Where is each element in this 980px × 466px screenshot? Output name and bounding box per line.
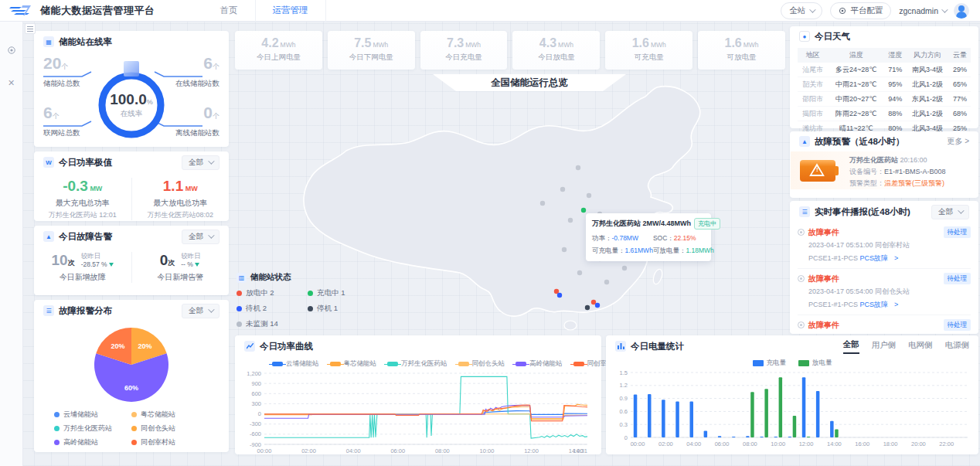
bar-legend: 充电量放电量 (606, 359, 978, 368)
event-status-badge[interactable]: 待处理 (944, 319, 971, 331)
platform-config-label: 平台配置 (850, 5, 883, 16)
weather-cell: 88% (884, 107, 906, 121)
main-nav-tabs: 首页运营管理 (203, 0, 326, 22)
event-status-badge[interactable]: 待处理 (944, 273, 971, 284)
weather-cell: 韶关市 (798, 77, 828, 92)
avatar[interactable] (954, 3, 969, 19)
filter-dropdown[interactable]: 全部 (182, 230, 219, 244)
station-dot[interactable] (568, 218, 573, 223)
event-top: 故障事件待处理 (798, 226, 971, 238)
legend-item[interactable]: 粤芯储能站 (131, 410, 209, 420)
energy-tab-电网侧[interactable]: 电网侧 (908, 340, 933, 353)
list-icon: ☰ (43, 305, 54, 316)
svg-text:16:00: 16:00 (855, 440, 869, 447)
legend-dot (54, 412, 60, 417)
event-tag-link[interactable]: PCS故障 (860, 301, 889, 308)
filter-dropdown[interactable]: 全部 (182, 304, 219, 318)
event-status-badge[interactable]: 待处理 (944, 226, 971, 238)
svg-text:1.5: 1.5 (620, 369, 628, 376)
legend-item[interactable]: 充电量 (753, 359, 787, 368)
tooltip-field: 可充电量：1.61MWh (592, 247, 653, 256)
legend-item[interactable]: 同创仓头站 (458, 359, 505, 369)
legend-item[interactable]: 放电量 (798, 359, 832, 368)
alarm-label: 今日新增告警 (132, 272, 230, 283)
site-selector[interactable]: 全站 (781, 2, 822, 19)
filter-dropdown[interactable]: 全部 (931, 205, 969, 219)
chevron-down-icon (809, 6, 815, 12)
event-arrow-link[interactable]: > (894, 254, 898, 262)
event-item[interactable]: 故障事件待处理2023-04-17 05:54:00 同创仓头站PCSE1-#1… (798, 269, 971, 315)
svg-text:14:00: 14:00 (827, 440, 842, 447)
filter-dropdown[interactable]: 全部 (182, 155, 219, 170)
bar-充电量 (634, 395, 638, 437)
station-dot[interactable] (562, 247, 567, 252)
legend-item[interactable]: 高岭储能站 (516, 359, 563, 369)
platform-config-button[interactable]: 平台配置 (830, 2, 891, 19)
online-rate-panel: ▦ 储能站在线率 20个储能站总数6个在线储能站数6个联网站总数0个离线储能站数… (34, 31, 229, 147)
station-dot[interactable] (604, 280, 609, 284)
energy-bar-chart: 00.30.60.91.21.500:0002:0004:0006:0008:0… (611, 368, 974, 448)
chevron-down-icon (208, 306, 214, 312)
device-id: E1-#1-BMS-A-B008 (884, 168, 946, 175)
kpi-card: 7.3MWh今日充电量 (420, 31, 508, 70)
chevron-down-icon (208, 232, 214, 238)
legend-dot (54, 440, 60, 445)
legend-item[interactable]: 云埔储能站 (272, 359, 319, 369)
station-dot[interactable] (591, 300, 596, 304)
event-item[interactable]: 故障事件待处理2023-04-17 11:15:00 高岭储能站PCSE1-#2… (798, 315, 971, 334)
legend-item[interactable]: 高岭储能站 (54, 437, 131, 447)
station-dot[interactable] (554, 289, 559, 294)
tab-operation[interactable]: 运营管理 (255, 0, 326, 22)
station-dot[interactable] (557, 293, 562, 298)
more-link[interactable]: 更多 > (947, 136, 969, 147)
bar-chart-icon (615, 341, 626, 352)
event-arrow-link[interactable]: > (894, 301, 898, 308)
settings-icon[interactable] (6, 45, 17, 56)
station-dot[interactable] (560, 187, 565, 192)
alarm-line: 0次较昨日-- % (132, 252, 230, 269)
extreme-value: -0.3 MW (34, 178, 131, 195)
event-item[interactable]: 故障事件待处理2023-04-17 05:51:00 同创宰村站PCSE1-#1… (798, 223, 971, 269)
user-menu[interactable]: zgcnadmin (899, 6, 946, 15)
close-tool-icon[interactable]: ✕ (6, 77, 17, 88)
left-rail: ✕ (0, 22, 23, 466)
weather-row: 汕尾市多云24~28℃71%南风3-4级29% (798, 63, 971, 77)
dot-icon: ● (799, 31, 810, 42)
event-tag-link[interactable]: PCS故障 (860, 254, 889, 262)
legend-dot (54, 426, 60, 431)
energy-tab-全部[interactable]: 全部 (843, 339, 859, 354)
station-dot[interactable] (576, 165, 580, 170)
station-dot[interactable] (540, 201, 545, 206)
station-dot[interactable] (577, 270, 582, 275)
station-dot[interactable] (585, 305, 590, 310)
online-rate-unit: % (147, 98, 153, 106)
events-list: 故障事件待处理2023-04-17 05:51:00 同创宰村站PCSE1-#1… (790, 223, 978, 334)
warning-item[interactable]: ! 万邦生化医药站 20:16:00 设备编号：E1-#1-BMS-A-B008… (791, 151, 978, 189)
legend-item[interactable]: 同创宰村站 (131, 437, 209, 447)
station-dot[interactable] (595, 303, 600, 308)
sidebar-collapse-button[interactable] (25, 23, 36, 34)
map-banner: 全国储能运行总览 (433, 74, 626, 91)
energy-tab-电源侧[interactable]: 电源侧 (945, 340, 970, 353)
panel-title: 今日功率极值 (59, 157, 112, 168)
legend-item[interactable]: 万邦生化医药站 (54, 423, 131, 434)
legend-item[interactable]: 云埔储能站 (54, 410, 131, 420)
legend-item[interactable]: 粤芯储能站 (330, 359, 377, 369)
station-dot[interactable] (581, 208, 586, 213)
svg-text:04:00: 04:00 (686, 440, 701, 447)
legend-item[interactable]: 万邦生化医药站 (387, 359, 447, 369)
bar-放电量 (750, 392, 754, 437)
station-dot[interactable] (622, 266, 627, 270)
panel-title: 故障报警分布 (59, 305, 112, 317)
energy-tab-用户侧[interactable]: 用户侧 (872, 340, 897, 353)
svg-text:-600: -600 (250, 430, 261, 437)
energy-stats-panel: 今日电量统计 全部用户侧电网侧电源侧 充电量放电量 00.30.60.91.21… (606, 335, 978, 454)
tab-home[interactable]: 首页 (203, 0, 255, 22)
legend-swatch (798, 360, 809, 366)
weather-cell: 77% (949, 92, 971, 107)
station-dot[interactable] (587, 193, 591, 198)
legend-item[interactable]: 同创仓头站 (131, 423, 209, 434)
weather-cell: 北风1-2级 (906, 77, 949, 92)
alarm-compare: 较昨日-- % (181, 252, 201, 269)
weather-cell: 阵雨22~28℃ (828, 107, 884, 121)
